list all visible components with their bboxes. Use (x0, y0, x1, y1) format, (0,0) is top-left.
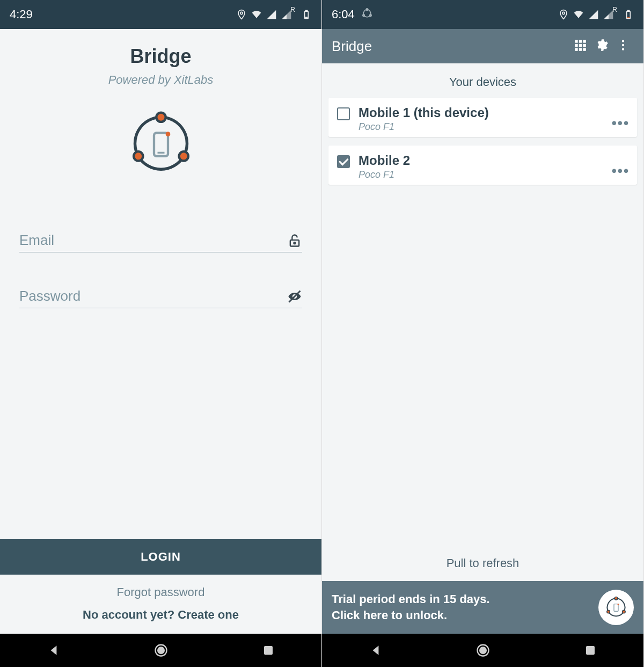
svg-point-19 (562, 12, 565, 14)
login-body: Bridge Powered by XitLabs (0, 29, 321, 634)
status-time: 4:29 (10, 8, 33, 21)
svg-point-11 (294, 242, 295, 244)
trial-banner[interactable]: Trial period ends in 15 days. Click here… (322, 581, 643, 634)
app-logo (0, 108, 321, 180)
svg-point-4 (156, 113, 165, 122)
status-app-icon (361, 7, 373, 22)
android-nav-bar (0, 634, 321, 667)
signal-r-icon: R (603, 9, 619, 20)
nav-recent-icon[interactable] (262, 644, 275, 657)
trial-logo-icon (598, 590, 634, 625)
gear-icon[interactable] (591, 38, 612, 54)
device-card[interactable]: Mobile 1 (this device) Poco F1 ••• (328, 98, 637, 137)
svg-rect-15 (264, 646, 273, 655)
email-field[interactable] (19, 232, 287, 249)
svg-rect-28 (583, 44, 586, 47)
more-horiz-icon[interactable]: ••• (612, 115, 630, 132)
trial-line1: Trial period ends in 15 days. (332, 591, 592, 607)
svg-point-37 (607, 610, 610, 613)
device-model: Poco F1 (358, 121, 628, 133)
svg-rect-2 (305, 11, 307, 12)
svg-rect-42 (586, 646, 595, 655)
svg-rect-29 (575, 48, 577, 50)
device-name: Mobile 1 (this device) (358, 105, 628, 120)
lock-open-icon (287, 233, 302, 248)
app-bar-title: Bridge (332, 38, 569, 55)
wifi-icon (573, 9, 584, 20)
status-time: 6:04 (332, 8, 355, 21)
nav-home-icon[interactable] (475, 643, 491, 658)
signal-icon (588, 9, 599, 20)
trial-line2: Click here to unlock. (332, 607, 592, 624)
svg-point-6 (134, 151, 143, 161)
location-icon (558, 9, 569, 20)
email-row (19, 229, 302, 252)
battery-icon (301, 9, 312, 20)
svg-point-34 (622, 48, 624, 50)
nav-back-icon[interactable] (47, 643, 61, 657)
svg-rect-23 (575, 40, 577, 42)
devices-screen: 6:04 R Bridge Your devices (322, 0, 644, 667)
nav-recent-icon[interactable] (584, 644, 597, 657)
password-row (19, 285, 302, 308)
svg-point-32 (622, 40, 624, 42)
svg-rect-30 (579, 48, 582, 50)
devices-body: Your devices Mobile 1 (this device) Poco… (322, 63, 643, 581)
svg-point-36 (623, 610, 626, 613)
device-card[interactable]: Mobile 2 Poco F1 ••• (328, 146, 637, 185)
svg-rect-24 (579, 40, 582, 42)
grid-icon[interactable] (569, 38, 591, 54)
svg-rect-3 (305, 17, 308, 18)
android-nav-bar (322, 634, 643, 667)
svg-point-41 (480, 647, 487, 654)
app-subtitle: Powered by XitLabs (0, 73, 321, 87)
status-icons: R (558, 9, 634, 20)
svg-point-39 (618, 604, 619, 605)
battery-low-icon (623, 9, 634, 20)
svg-point-8 (165, 132, 170, 136)
login-button[interactable]: LOGIN (0, 539, 321, 575)
app-title: Bridge (0, 45, 321, 68)
visibility-off-icon[interactable] (287, 289, 302, 304)
svg-rect-26 (575, 44, 577, 47)
device-name: Mobile 2 (358, 153, 628, 168)
pull-to-refresh-hint: Pull to refresh (328, 546, 637, 581)
svg-point-0 (240, 12, 243, 14)
nav-back-icon[interactable] (369, 643, 383, 657)
device-checkbox[interactable] (337, 107, 350, 120)
status-icons: R (236, 9, 312, 20)
svg-rect-25 (583, 40, 586, 42)
more-vert-icon[interactable] (612, 38, 634, 54)
svg-rect-27 (579, 44, 582, 47)
svg-rect-38 (614, 604, 618, 612)
svg-point-5 (179, 151, 188, 161)
login-screen: 4:29 R Bridge Powered by XitLabs (0, 0, 322, 667)
device-model: Poco F1 (358, 169, 628, 180)
nav-home-icon[interactable] (153, 643, 169, 658)
signal-r-icon: R (281, 9, 297, 20)
status-bar: 4:29 R (0, 0, 321, 29)
more-horiz-icon[interactable]: ••• (612, 163, 630, 179)
location-icon (236, 9, 247, 20)
status-bar: 6:04 R (322, 0, 643, 29)
device-checkbox[interactable] (337, 155, 350, 168)
svg-point-35 (614, 597, 618, 600)
svg-point-33 (622, 44, 624, 46)
svg-rect-21 (627, 11, 629, 12)
forgot-password-link[interactable]: Forgot password (0, 585, 321, 599)
svg-rect-31 (583, 48, 586, 50)
section-title: Your devices (328, 63, 637, 98)
create-account-link[interactable]: No account yet? Create one (0, 608, 321, 622)
wifi-icon (251, 9, 262, 20)
signal-icon (266, 9, 277, 20)
app-bar: Bridge (322, 29, 643, 63)
svg-point-14 (158, 647, 165, 654)
svg-rect-22 (627, 17, 630, 18)
password-field[interactable] (19, 288, 287, 305)
